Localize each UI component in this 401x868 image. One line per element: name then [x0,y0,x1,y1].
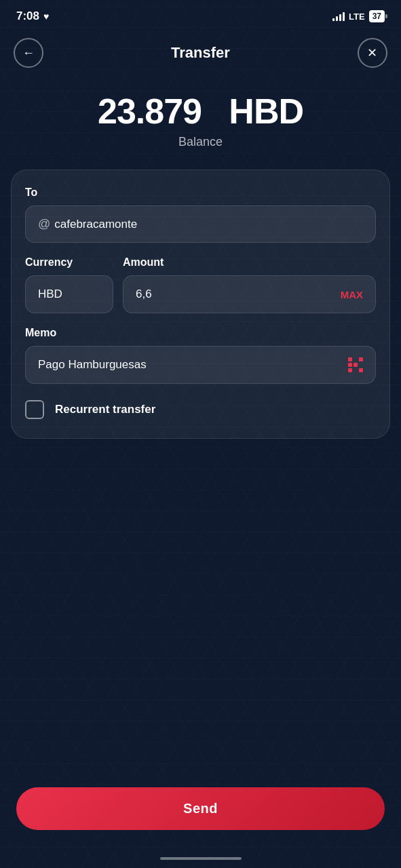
heart-icon: ♥ [43,11,49,22]
home-indicator [0,857,401,868]
recurrent-transfer-row: Recurrent transfer [25,397,376,422]
send-section: Send [0,774,401,857]
to-label: To [25,186,376,199]
to-input[interactable]: @ cafebracamonte [25,205,376,243]
time-display: 7:08 [16,9,39,23]
back-icon: ← [22,46,35,60]
balance-section: 23.879 HBD Balance [0,79,401,170]
currency-amount-row: Currency HBD Amount 6,6 MAX [25,256,376,313]
memo-value: Pago Hamburguesas [38,358,147,372]
network-type: LTE [349,12,365,22]
balance-label: Balance [14,135,387,149]
amount-value: 6,6 [136,288,152,301]
signal-bar-2 [336,16,338,21]
recurrent-checkbox[interactable] [25,400,44,419]
status-right: LTE 37 [332,10,385,22]
at-symbol-icon: @ [38,217,50,231]
signal-icon [332,12,345,21]
balance-amount: 23.879 HBD [14,92,387,131]
page-title: Transfer [171,44,230,62]
send-button[interactable]: Send [16,787,385,830]
signal-bar-1 [332,18,335,21]
qr-scan-icon[interactable] [348,357,363,372]
memo-field-group: Memo Pago Hamburguesas [25,327,376,384]
memo-input[interactable]: Pago Hamburguesas [25,346,376,384]
home-bar [160,857,242,860]
recipient-value: cafebracamonte [54,218,137,231]
close-icon: ✕ [367,45,377,60]
signal-bar-4 [343,12,345,21]
max-button[interactable]: MAX [341,289,363,300]
currency-group: Currency HBD [25,256,113,313]
currency-label: Currency [25,256,113,269]
back-button[interactable]: ← [14,38,43,68]
status-bar: 7:08 ♥ LTE 37 [0,0,401,30]
header: ← Transfer ✕ [0,30,401,79]
balance-currency: HBD [229,92,303,131]
signal-bar-3 [339,14,341,21]
battery-icon: 37 [369,10,385,22]
form-card: To @ cafebracamonte Currency HBD Amount … [11,170,390,439]
balance-value: 23.879 [98,92,202,131]
amount-label: Amount [123,256,376,269]
status-time: 7:08 ♥ [16,9,49,23]
battery-level: 37 [373,12,381,21]
memo-label: Memo [25,327,376,339]
recurrent-label: Recurrent transfer [55,403,155,416]
amount-group: Amount 6,6 MAX [123,256,376,313]
to-field-group: To @ cafebracamonte [25,186,376,243]
spacer [0,439,401,774]
currency-value: HBD [38,288,62,301]
amount-input[interactable]: 6,6 MAX [123,275,376,313]
close-button[interactable]: ✕ [358,38,387,68]
currency-input[interactable]: HBD [25,275,113,313]
